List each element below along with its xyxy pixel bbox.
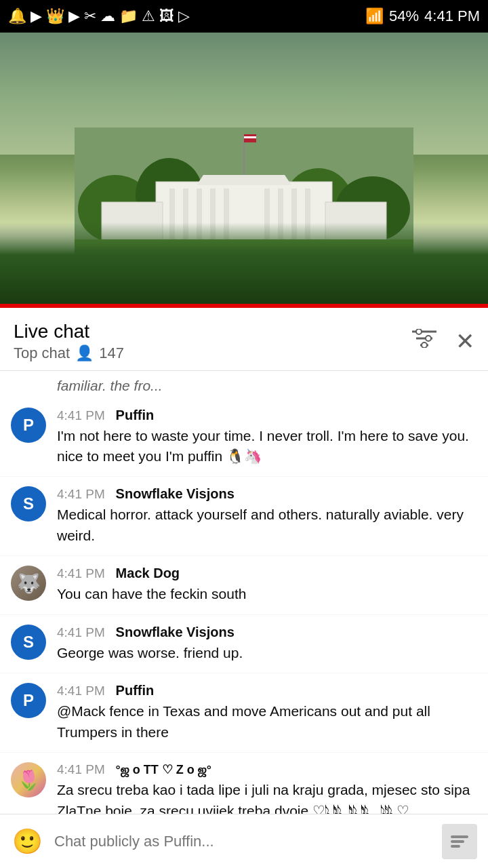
chat-message: S 4:41 PM Snowflake Visjons Medical horr… — [0, 477, 488, 556]
chat-title: Live chat — [14, 320, 124, 343]
status-bar: 🔔 ▶ 👑 ▶ ✂ ☁ 📁 ⚠ 🖼 ▷ 📶 54% 4:41 PM — [0, 0, 488, 33]
svg-marker-15 — [197, 175, 291, 185]
viewers-icon: 👤 — [75, 344, 94, 362]
avatar: P — [11, 683, 46, 718]
chat-header-info: Live chat Top chat 👤 147 — [14, 320, 124, 362]
tool-icon: ✂ — [84, 7, 96, 25]
message-content: 4:41 PM Puffin @Mack fence in Texas and … — [57, 683, 477, 743]
image-icon: 🖼 — [159, 7, 174, 25]
svg-rect-30 — [451, 835, 468, 838]
message-time: 4:41 PM — [57, 408, 105, 422]
message-meta: 4:41 PM °ஜ ο ТТ ♡ Ζ ο ஜ° — [57, 762, 477, 777]
cloud-icon: ☁ — [100, 7, 115, 25]
wifi-icon: 📶 — [365, 7, 384, 25]
message-content: 4:41 PM Mack Dog You can have the feckin… — [57, 566, 477, 604]
avatar: P — [11, 408, 46, 443]
svg-rect-21 — [244, 138, 256, 140]
message-author: Snowflake Visjons — [116, 486, 235, 501]
chat-header: Live chat Top chat 👤 147 ✕ — [0, 308, 488, 371]
message-text: You can have the feckin south — [57, 584, 477, 604]
cast-icon: ▷ — [178, 7, 190, 25]
chat-message: 🐺 4:41 PM Mack Dog You can have the feck… — [0, 556, 488, 614]
close-icon[interactable]: ✕ — [455, 330, 474, 353]
message-text: George was worse. friend up. — [57, 643, 477, 663]
chat-header-actions: ✕ — [412, 329, 474, 353]
message-meta: 4:41 PM Snowflake Visjons — [57, 486, 477, 502]
message-content: 4:41 PM Snowflake Visjons George was wor… — [57, 625, 477, 663]
avatar: 🌷 — [11, 762, 46, 797]
svg-point-29 — [422, 342, 427, 348]
avatar: S — [11, 625, 46, 660]
svg-rect-31 — [451, 840, 464, 843]
message-meta: 4:41 PM Puffin — [57, 408, 477, 423]
svg-point-27 — [416, 329, 422, 334]
send-button[interactable] — [442, 824, 477, 859]
emoji-button[interactable]: 🙂 — [11, 825, 43, 858]
battery-text: 54% — [389, 7, 419, 25]
folder-icon: 📁 — [119, 7, 138, 25]
message-meta: 4:41 PM Puffin — [57, 683, 477, 698]
avatar: S — [11, 486, 46, 521]
avatar: 🐺 — [11, 566, 46, 601]
status-icons-left: 🔔 ▶ 👑 ▶ ✂ ☁ 📁 ⚠ 🖼 ▷ — [8, 7, 190, 25]
message-content: 4:41 PM Puffin I'm not here to waste you… — [57, 408, 477, 467]
filter-icon[interactable] — [412, 329, 436, 353]
chat-message: P 4:41 PM Puffin I'm not here to waste y… — [0, 398, 488, 477]
message-meta: 4:41 PM Mack Dog — [57, 566, 477, 581]
message-text: @Mack fence in Texas and move Americans … — [57, 701, 477, 743]
chat-messages-list: familiar. the fro... P 4:41 PM Puffin I'… — [0, 371, 488, 831]
message-content: 4:41 PM °ஜ ο ТТ ♡ Ζ ο ஜ° Za srecu treba … — [57, 762, 477, 821]
svg-point-28 — [426, 336, 431, 341]
message-time: 4:41 PM — [57, 684, 105, 698]
clock: 4:41 PM — [424, 7, 480, 25]
message-text: Medical horror. attack yourself and othe… — [57, 505, 477, 546]
message-author: Puffin — [116, 408, 155, 422]
chat-message: P 4:41 PM Puffin @Mack fence in Texas an… — [0, 673, 488, 753]
partial-message: familiar. the fro... — [0, 371, 488, 398]
message-author: Mack Dog — [116, 566, 180, 580]
message-author: Snowflake Visjons — [116, 625, 235, 639]
status-icons-right: 📶 54% 4:41 PM — [365, 7, 480, 25]
svg-rect-32 — [451, 845, 460, 848]
warning-icon: ⚠ — [142, 7, 155, 25]
message-time: 4:41 PM — [57, 566, 105, 580]
message-content: 4:41 PM Snowflake Visjons Medical horror… — [57, 486, 477, 546]
message-text: I'm not here to waste your time. I never… — [57, 426, 477, 467]
message-meta: 4:41 PM Snowflake Visjons — [57, 625, 477, 640]
trees-overlay — [0, 222, 488, 304]
crown-icon: 👑 — [46, 7, 64, 25]
chat-message: S 4:41 PM Snowflake Visjons George was w… — [0, 615, 488, 673]
play-icon: ▶ — [68, 7, 80, 25]
youtube-icon: ▶ — [30, 7, 42, 25]
chat-input[interactable] — [54, 825, 431, 858]
video-player[interactable] — [0, 33, 488, 304]
message-time: 4:41 PM — [57, 625, 105, 639]
chat-input-bar: 🙂 — [0, 814, 488, 868]
viewers-count: 147 — [99, 344, 124, 362]
message-time: 4:41 PM — [57, 762, 105, 776]
top-chat-label[interactable]: Top chat — [14, 344, 70, 362]
message-time: 4:41 PM — [57, 487, 105, 501]
svg-rect-20 — [244, 136, 256, 138]
message-author: Puffin — [116, 683, 155, 698]
message-author: °ஜ ο ТТ ♡ Ζ ο ஜ° — [116, 763, 211, 776]
notification-icon: 🔔 — [8, 7, 26, 25]
chat-subtitle: Top chat 👤 147 — [14, 344, 124, 362]
